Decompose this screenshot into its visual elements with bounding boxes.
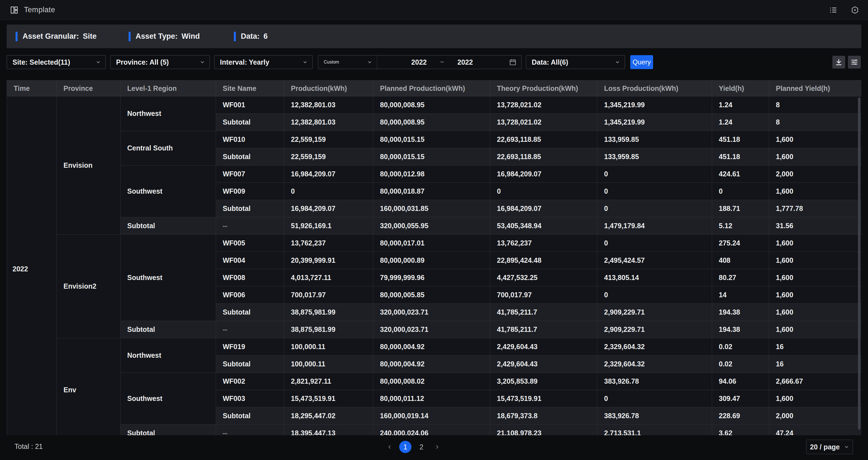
value-cell: 0 xyxy=(490,183,597,200)
summary-value: Wind xyxy=(182,32,200,41)
table-row: Subtotal--38,875,981.99320,000,023.7141,… xyxy=(7,321,862,338)
value-cell: 12,382,801.03 xyxy=(284,114,373,131)
time-cell: 2022 xyxy=(7,96,57,435)
chevron-right-icon[interactable] xyxy=(432,441,443,453)
download-button[interactable] xyxy=(832,56,845,68)
value-cell: 100,000.11 xyxy=(284,355,373,373)
value-cell: 94.06 xyxy=(712,373,769,390)
value-cell: 14 xyxy=(712,286,769,304)
interval-select[interactable]: Interval: Yearly xyxy=(214,55,313,69)
site-cell: -- xyxy=(216,425,284,435)
chevron-down-icon xyxy=(367,59,372,65)
value-cell: 80,000,012.98 xyxy=(373,166,490,183)
value-cell: 38,875,981.99 xyxy=(284,321,373,338)
value-cell: 275.24 xyxy=(712,235,769,252)
site-cell: Subtotal xyxy=(216,148,284,166)
value-cell: 100,000.11 xyxy=(284,338,373,355)
site-cell: Subtotal xyxy=(216,200,284,217)
query-button[interactable]: Query xyxy=(630,55,653,69)
page-numbers: 12 xyxy=(399,441,428,453)
page-button-2[interactable]: 2 xyxy=(415,441,428,453)
site-cell: WF005 xyxy=(216,235,284,252)
value-cell: 2,666.67 xyxy=(769,373,862,390)
filter-row: Site: Selected(11) Province: All (5) Int… xyxy=(0,55,868,69)
value-cell: 18,679,373.8 xyxy=(490,407,597,425)
date-end-input[interactable]: 2022 xyxy=(457,58,473,66)
value-cell: 0 xyxy=(597,286,712,304)
summary-value: Site xyxy=(83,32,97,41)
total-count: Total : 21 xyxy=(14,442,42,451)
settings-nut-icon[interactable] xyxy=(851,6,859,14)
value-cell: 413,805.14 xyxy=(597,269,712,286)
value-cell: 0.02 xyxy=(712,338,769,355)
table-row: SouthwestWF00716,984,209.0780,000,012.98… xyxy=(7,166,862,183)
value-cell: 1,600 xyxy=(769,390,862,407)
page-button-1[interactable]: 1 xyxy=(399,441,411,453)
value-cell: 16,984,209.07 xyxy=(490,166,597,183)
value-cell: 2,713,531.1 xyxy=(597,425,712,435)
site-cell: Subtotal xyxy=(216,114,284,131)
sliders-filter-icon xyxy=(850,58,858,66)
site-cell: Subtotal xyxy=(216,355,284,373)
value-cell: 1,600 xyxy=(769,183,862,200)
calendar-icon[interactable] xyxy=(509,58,517,66)
site-cell: -- xyxy=(216,321,284,338)
data-select-value: Data: All(6) xyxy=(532,58,568,66)
value-cell: 1,600 xyxy=(769,269,862,286)
value-cell: 1,600 xyxy=(769,321,862,338)
value-cell: 1,777.78 xyxy=(769,200,862,217)
pagination: 12 xyxy=(384,440,443,454)
value-cell: 22,693,118.85 xyxy=(490,131,597,148)
table-row: Envision2SouthwestWF00513,762,23780,000,… xyxy=(7,235,862,252)
value-cell: 2,909,229.71 xyxy=(597,304,712,321)
value-cell: 80,000,017.01 xyxy=(373,235,490,252)
range-mode-select[interactable]: Custom xyxy=(318,55,377,69)
value-cell: 41,785,211.7 xyxy=(490,321,597,338)
column-header: Theory Production(kWh) xyxy=(490,81,597,96)
region-cell: Subtotal xyxy=(121,217,216,235)
value-cell: 160,000,019.14 xyxy=(373,407,490,425)
province-select[interactable]: Province: All (5) xyxy=(110,55,210,69)
value-cell: 700,017.97 xyxy=(284,286,373,304)
value-cell: 1,345,219.99 xyxy=(597,114,712,131)
value-cell: 0 xyxy=(284,183,373,200)
value-cell: 133,959.85 xyxy=(597,148,712,166)
value-cell: 0.02 xyxy=(712,355,769,373)
column-settings-button[interactable] xyxy=(848,56,861,68)
vertical-scrollbar[interactable] xyxy=(858,97,861,430)
table-body: 2022EnvisionNorthwestWF00112,382,801.038… xyxy=(7,96,862,435)
province-cell: Envision2 xyxy=(57,235,121,338)
site-cell: WF004 xyxy=(216,252,284,269)
site-cell: WF006 xyxy=(216,286,284,304)
summary-data-count: Data: 6 xyxy=(234,32,268,41)
page-size-select[interactable]: 20 / page xyxy=(806,440,853,454)
value-cell: 16,984,209.07 xyxy=(284,200,373,217)
value-cell: 13,728,021.02 xyxy=(490,114,597,131)
value-cell: 21,108,978.23 xyxy=(490,425,597,435)
value-cell: 2,429,604.43 xyxy=(490,338,597,355)
value-cell: 320,000,023.71 xyxy=(373,304,490,321)
site-select[interactable]: Site: Selected(11) xyxy=(7,55,106,69)
value-cell: 38,875,981.99 xyxy=(284,304,373,321)
value-cell: 2,821,927.11 xyxy=(284,373,373,390)
date-start-input[interactable]: 2022 xyxy=(411,58,427,66)
province-select-value: Province: All (5) xyxy=(116,58,169,66)
chevron-down-icon xyxy=(615,59,620,65)
value-cell: 16 xyxy=(769,338,862,355)
brand: Template xyxy=(10,6,55,14)
site-cell: WF010 xyxy=(216,131,284,148)
value-cell: 1,345,219.99 xyxy=(597,96,712,114)
chevron-left-icon[interactable] xyxy=(384,441,395,453)
data-select[interactable]: Data: All(6) xyxy=(526,55,625,69)
page-size-value: 20 / page xyxy=(810,443,840,451)
value-cell: 13,728,021.02 xyxy=(490,96,597,114)
value-cell: 8 xyxy=(769,114,862,131)
chevron-down-icon xyxy=(302,59,308,65)
chevron-down-icon xyxy=(95,59,101,65)
list-menu-icon[interactable] xyxy=(829,6,837,14)
value-cell: 80,000,000.89 xyxy=(373,252,490,269)
value-cell: 1,600 xyxy=(769,304,862,321)
table-row: EnvNorthwestWF019100,000.1180,000,004.92… xyxy=(7,338,862,355)
value-cell: 2,495,424.57 xyxy=(597,252,712,269)
value-cell: 408 xyxy=(712,252,769,269)
